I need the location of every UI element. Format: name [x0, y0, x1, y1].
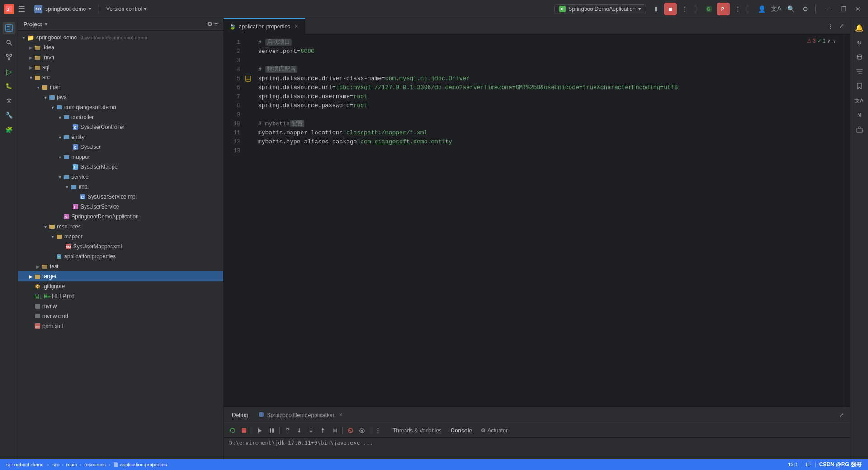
close-btn[interactable]: ✕: [852, 3, 864, 15]
editor-tab-application-properties[interactable]: 🍃 application.properties ✕: [224, 18, 305, 34]
search-everywhere-btn[interactable]: 🔍: [784, 3, 797, 15]
right-maven-btn[interactable]: M: [853, 109, 866, 121]
tree-item-SysUserService[interactable]: I SysUserService: [18, 202, 223, 212]
debug-more-btn[interactable]: ⋮: [373, 426, 383, 436]
tree-arrow-idea[interactable]: ▶: [27, 45, 34, 50]
tree-arrow-mapper-pkg[interactable]: ▾: [56, 155, 63, 160]
tree-item-SysUserMapper[interactable]: I SysUserMapper: [18, 162, 223, 172]
tree-item-src[interactable]: ▾ src: [18, 72, 223, 82]
tree-item-target[interactable]: ▶ target: [18, 271, 223, 281]
debug-stop-btn[interactable]: [239, 426, 249, 436]
debug-step-over-btn[interactable]: [283, 426, 292, 436]
hamburger-menu[interactable]: ☰: [18, 4, 25, 14]
tree-item-resources[interactable]: ▾ resources: [18, 222, 223, 232]
status-breadcrumb-src[interactable]: src: [50, 459, 62, 470]
tree-item-applicationProperties[interactable]: 🍃 application.properties: [18, 252, 223, 261]
code-editor[interactable]: 1 2 3 4 5 6 7 8 9 10 11 12 13: [224, 34, 850, 407]
tree-arrow-com[interactable]: ▾: [49, 105, 56, 110]
tree-item-gitignore[interactable]: G .gitignore: [18, 281, 223, 291]
debug-resume-btn[interactable]: [255, 426, 265, 436]
status-breadcrumb-resources[interactable]: resources: [81, 459, 108, 470]
tree-item-HELPmd[interactable]: M↓ M+ HELP.md: [18, 291, 223, 301]
debug-step-into-btn[interactable]: [294, 426, 304, 436]
tree-item-service[interactable]: ▾ service: [18, 172, 223, 182]
tree-item-com[interactable]: ▾ com.qiangesoft.demo: [18, 102, 223, 112]
status-cursor[interactable]: 13:1: [785, 462, 800, 467]
right-database-btn[interactable]: [853, 51, 866, 63]
translate-btn[interactable]: 文A: [770, 3, 783, 15]
editor-scrollbar[interactable]: [844, 34, 850, 407]
right-bookmark-btn[interactable]: [853, 80, 866, 92]
debug-actuator-tab[interactable]: ⚙ Actuator: [476, 426, 512, 436]
status-project[interactable]: springboot-demo: [4, 459, 47, 470]
tree-item-idea[interactable]: ▶ .idea: [18, 43, 223, 52]
sidebar-debug-btn[interactable]: 🐛: [3, 80, 15, 92]
debug-session-close[interactable]: ✕: [339, 412, 343, 418]
tree-arrow-resources[interactable]: ▾: [42, 224, 49, 229]
tree-item-root[interactable]: ▾ 📁 springboot-demo D:\work\code\springb…: [18, 33, 223, 43]
debug-pause-btn[interactable]: [267, 426, 277, 436]
panel-expand-btn[interactable]: ⤢: [836, 410, 846, 420]
debug-restart-btn[interactable]: [227, 426, 237, 436]
tab-action-expand[interactable]: ⤢: [836, 21, 846, 31]
code-content[interactable]: # 启动端口 server.port=8080 # 数据库配置 spring.d…: [253, 34, 844, 407]
tree-item-SysUser[interactable]: C SysUser: [18, 142, 223, 152]
debug-panel-title[interactable]: Debug: [227, 410, 252, 420]
tree-item-SysUserServiceImpl[interactable]: C SysUserServiceImpl: [18, 192, 223, 202]
tree-arrow-target[interactable]: ▶: [27, 274, 34, 279]
debug-mute-btn[interactable]: [357, 426, 367, 436]
account-btn[interactable]: 👤: [755, 3, 768, 15]
status-breadcrumb-main[interactable]: main: [64, 459, 80, 470]
tree-item-test[interactable]: ▶ test: [18, 261, 223, 271]
debug-run-cursor-btn[interactable]: [330, 426, 340, 436]
profiler-btn[interactable]: P: [717, 3, 730, 15]
sidebar-build-btn[interactable]: ⚒: [3, 94, 15, 107]
tree-item-controller[interactable]: ▾ controller: [18, 112, 223, 122]
tree-arrow-controller[interactable]: ▾: [56, 115, 63, 120]
tree-arrow-root[interactable]: ▾: [20, 35, 27, 40]
right-translate-btn[interactable]: 文A: [853, 94, 866, 107]
stop-btn[interactable]: ■: [664, 3, 677, 15]
pause-btn[interactable]: ⏸: [650, 3, 662, 15]
tree-arrow-impl[interactable]: ▾: [63, 185, 71, 190]
right-sync-btn[interactable]: ↻: [853, 36, 866, 49]
tree-arrow-java[interactable]: ▾: [42, 95, 49, 100]
project-selector[interactable]: SD springboot-demo ▾: [31, 3, 95, 15]
tree-item-mvnw[interactable]: mvnw: [18, 301, 223, 311]
tree-item-main[interactable]: ▾ main: [18, 82, 223, 92]
tree-arrow-test[interactable]: ▶: [34, 264, 42, 269]
tree-item-SysUserController[interactable]: C SysUserController: [18, 122, 223, 132]
tree-item-entity[interactable]: ▾ entity: [18, 132, 223, 142]
tab-close-properties[interactable]: ✕: [293, 24, 299, 30]
tree-item-mvn[interactable]: ▶ .mvn: [18, 52, 223, 62]
sidebar-git-btn[interactable]: [3, 51, 15, 63]
tree-arrow-src[interactable]: ▾: [27, 75, 34, 80]
version-control-btn[interactable]: Version control ▾: [103, 4, 150, 14]
more-btn[interactable]: ⋮: [679, 3, 691, 15]
sidebar-plugins-btn[interactable]: 🧩: [3, 123, 15, 136]
coverage-btn[interactable]: G: [703, 3, 715, 15]
gutter-cell-5[interactable]: [244, 74, 253, 83]
run-config[interactable]: ▶ SpringbootDemoApplication ▾: [554, 4, 646, 14]
minimize-btn[interactable]: ─: [823, 3, 835, 15]
sidebar-collapse-icon[interactable]: ≡: [214, 21, 218, 28]
status-breadcrumb-file[interactable]: application.properties: [110, 459, 170, 470]
tree-item-impl[interactable]: ▾ impl: [18, 182, 223, 192]
nav-up[interactable]: ∧: [827, 38, 831, 44]
debug-force-stop-btn[interactable]: [345, 426, 355, 436]
tree-item-mvnwcmd[interactable]: mvnw.cmd: [18, 311, 223, 321]
tree-item-java[interactable]: ▾ java: [18, 92, 223, 102]
debug-step-out-btn[interactable]: [318, 426, 328, 436]
right-plugins-btn[interactable]: [853, 123, 866, 136]
maximize-btn[interactable]: ❐: [837, 3, 850, 15]
tree-item-pomxml[interactable]: pom pom.xml: [18, 321, 223, 331]
tab-action-more[interactable]: ⋮: [826, 21, 835, 31]
sidebar-search-btn[interactable]: [3, 36, 15, 49]
sidebar-tools-btn[interactable]: 🔧: [3, 109, 15, 121]
tree-arrow-mvn[interactable]: ▶: [27, 55, 34, 60]
tree-arrow-sql[interactable]: ▶: [27, 65, 34, 70]
tree-arrow-entity[interactable]: ▾: [56, 135, 63, 140]
tree-item-sql[interactable]: ▶ sql: [18, 62, 223, 72]
debug-session-tab[interactable]: SpringbootDemoApplication ✕: [254, 410, 347, 420]
sidebar-run-btn[interactable]: ▷: [3, 65, 15, 78]
